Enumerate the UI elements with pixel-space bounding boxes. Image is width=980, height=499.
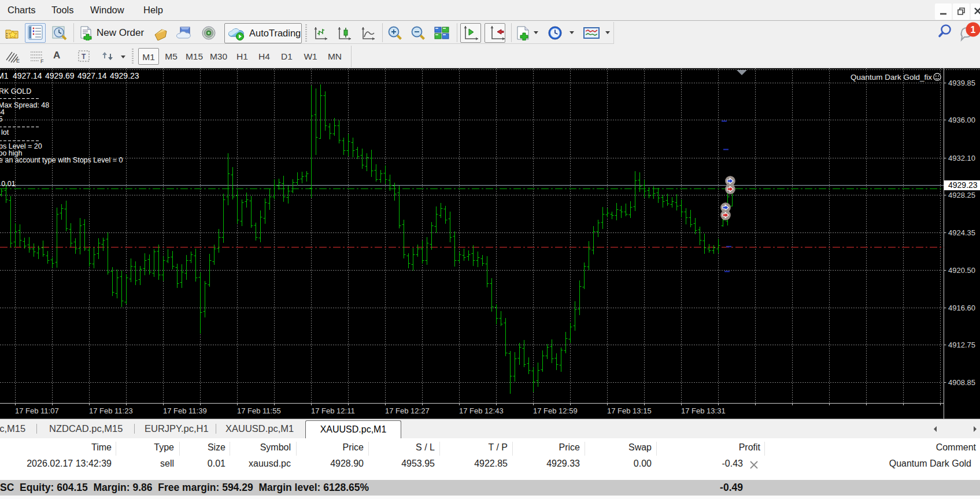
- svg-text:.5: .5: [0, 115, 2, 123]
- svg-text:4920.50: 4920.50: [948, 266, 975, 275]
- svg-text:4912.75: 4912.75: [948, 341, 975, 349]
- svg-text:e an account type with Stops L: e an account type with Stops Level = 0: [0, 156, 123, 164]
- svg-text:RK GOLD: RK GOLD: [0, 87, 31, 95]
- svg-text:lot: lot: [1, 128, 9, 136]
- svg-text:17 Feb 12:43: 17 Feb 12:43: [459, 406, 504, 415]
- svg-text:4928.25: 4928.25: [948, 191, 975, 199]
- svg-text:17 Feb 11:55: 17 Feb 11:55: [237, 406, 281, 415]
- svg-text:4908.85: 4908.85: [948, 378, 975, 387]
- svg-text:17 Feb 11:07: 17 Feb 11:07: [15, 406, 59, 415]
- svg-text:4932.10: 4932.10: [948, 154, 975, 162]
- svg-text:4916.60: 4916.60: [948, 304, 975, 312]
- svg-text:17 Feb 11:39: 17 Feb 11:39: [163, 406, 207, 415]
- svg-text:4939.85: 4939.85: [948, 79, 975, 87]
- svg-text:17 Feb 11:23: 17 Feb 11:23: [89, 406, 133, 415]
- svg-text:M14927.144929.694927.144929.23: M14927.144929.694927.144929.23: [0, 71, 139, 80]
- svg-text:1: 1: [971, 25, 976, 35]
- svg-text:17 Feb 12:59: 17 Feb 12:59: [533, 406, 578, 415]
- svg-text:17 Feb 12:27: 17 Feb 12:27: [385, 406, 430, 415]
- svg-text:Max Spread: 48: Max Spread: 48: [0, 101, 49, 109]
- svg-text:E: E: [16, 58, 20, 64]
- svg-text:17 Feb 13:31: 17 Feb 13:31: [681, 406, 726, 415]
- svg-text:4924.35: 4924.35: [948, 228, 975, 237]
- svg-text:l 0.01: l 0.01: [0, 180, 16, 188]
- svg-text:17 Feb 12:11: 17 Feb 12:11: [311, 406, 355, 415]
- svg-text:4936.00: 4936.00: [948, 116, 975, 124]
- svg-text:4929.23: 4929.23: [948, 180, 978, 190]
- svg-text:Quantum Dark Gold_fix: Quantum Dark Gold_fix: [850, 73, 932, 82]
- svg-text:F: F: [40, 58, 44, 64]
- svg-text:T: T: [82, 53, 86, 61]
- svg-text:17 Feb 13:15: 17 Feb 13:15: [607, 406, 652, 415]
